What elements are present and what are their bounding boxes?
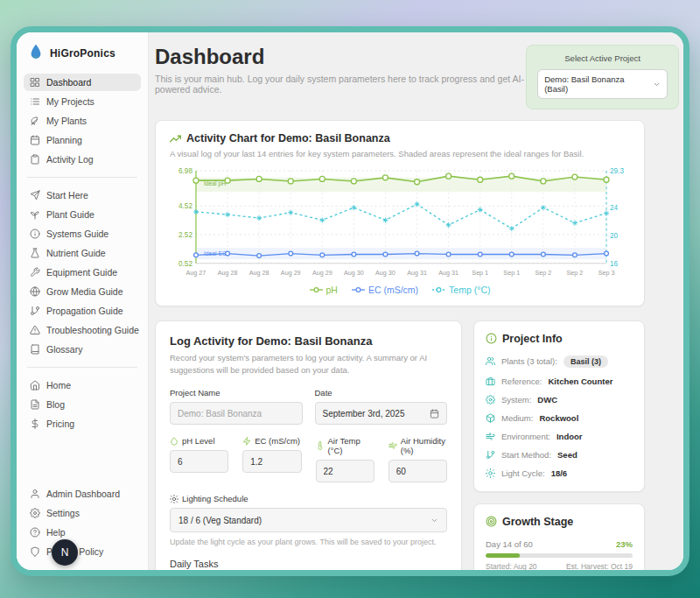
sidebar-item-home[interactable]: Home: [24, 376, 141, 394]
main-content: Dashboard This is your main hub. Log you…: [149, 32, 683, 570]
svg-text:Aug 28: Aug 28: [249, 270, 270, 277]
shield-icon: [30, 546, 40, 557]
svg-text:29.3: 29.3: [610, 167, 624, 175]
grid-icon: [30, 77, 40, 88]
project-name-label: Project Name: [170, 388, 303, 397]
sun-icon: [486, 468, 495, 478]
info-label: Medium:: [501, 413, 533, 423]
info-label: Start Method:: [501, 450, 551, 460]
droplet-icon: [170, 437, 178, 446]
sidebar-item-activity-log[interactable]: Activity Log: [24, 151, 141, 168]
tool-icon: [30, 267, 40, 278]
svg-text:16: 16: [610, 260, 619, 268]
svg-text:Aug 31: Aug 31: [407, 270, 427, 277]
svg-text:20: 20: [610, 232, 619, 240]
log-form-title: Log Activity for Demo: Basil Bonanza: [170, 334, 447, 348]
metric-field-ph-level: pH Level: [170, 436, 228, 482]
globe-icon: [30, 286, 40, 297]
info-row-system: System:DWC: [486, 395, 633, 405]
sidebar-item-label: My Projects: [46, 96, 94, 107]
user-icon: [30, 489, 40, 499]
app-window: HiGroPonics DashboardMy ProjectsMy Plant…: [10, 26, 690, 576]
list-icon: [30, 96, 40, 107]
main-scroll-area[interactable]: Activity Chart for Demo: Basil Bonanza A…: [149, 115, 683, 570]
growth-stage-title: Growth Stage: [502, 516, 573, 528]
sidebar-item-propagation-guide[interactable]: Propagation Guide: [24, 302, 141, 320]
sidebar-item-planning[interactable]: Planning: [24, 131, 141, 149]
ph-level-input[interactable]: [170, 450, 228, 473]
sidebar-item-privacy-policy[interactable]: Privacy Policy: [24, 543, 141, 560]
project-select-label: Select Active Project: [537, 53, 668, 63]
daily-tasks-title: Daily Tasks: [170, 559, 447, 569]
sidebar-item-settings[interactable]: Settings: [24, 504, 141, 522]
sidebar-item-start-here[interactable]: Start Here: [24, 186, 141, 204]
project-name-input[interactable]: [170, 402, 303, 425]
svg-text:Ideal pH: Ideal pH: [204, 180, 226, 187]
flask-icon: [30, 248, 40, 258]
sidebar-item-label: Glossary: [46, 344, 82, 355]
sidebar-item-my-plants[interactable]: My Plants: [24, 112, 141, 130]
sidebar-item-grow-media-guide[interactable]: Grow Media Guide: [24, 283, 141, 300]
sidebar-item-nutrient-guide[interactable]: Nutrient Guide: [24, 244, 141, 262]
sidebar-item-label: Start Here: [46, 190, 88, 201]
ec-ms-cm-input[interactable]: [242, 450, 301, 473]
info-label: System:: [501, 395, 531, 405]
info-label: Light Cycle:: [501, 468, 545, 478]
info-value: Kitchen Counter: [548, 376, 612, 386]
sidebar-item-systems-guide[interactable]: Systems Guide: [24, 225, 141, 243]
chevron-down-icon: [653, 81, 661, 88]
sidebar-item-label: My Plants: [46, 116, 87, 126]
chart-legend: pHEC (mS/cm)Temp (°C): [170, 283, 630, 299]
svg-text:2.52: 2.52: [178, 231, 192, 239]
sidebar-item-dashboard[interactable]: Dashboard: [24, 74, 141, 91]
metric-label: pH Level: [182, 436, 215, 446]
date-value: September 3rd, 2025: [323, 409, 405, 419]
settings-icon: [30, 508, 40, 518]
info-label: Plants (3 total):: [501, 356, 557, 366]
svg-text:24: 24: [610, 204, 619, 212]
info-value: Seed: [557, 450, 578, 460]
legend-marker-icon: [432, 286, 445, 293]
sidebar-item-admin-dashboard[interactable]: Admin Dashboard: [24, 485, 141, 503]
project-info-card: Project Info Plants (3 total):Basil (3)R…: [473, 320, 645, 492]
chart-title: Activity Chart for Demo: Basil Bonanza: [186, 132, 390, 144]
lighting-select[interactable]: 18 / 6 (Veg Standard): [170, 508, 447, 532]
legend-item-temp-c[interactable]: Temp (°C): [432, 285, 490, 295]
sidebar-item-plant-guide[interactable]: Plant Guide: [24, 206, 141, 223]
brand-name: HiGroPonics: [50, 47, 116, 60]
sidebar-item-label: Planning: [46, 135, 82, 145]
sidebar-item-troubleshooting-guide[interactable]: Troubleshooting Guide: [24, 321, 141, 339]
sidebar-item-my-projects[interactable]: My Projects: [24, 93, 141, 110]
air-temp-c-input[interactable]: [316, 460, 374, 482]
svg-text:Aug 31: Aug 31: [438, 270, 458, 277]
sidebar-item-pricing[interactable]: Pricing: [24, 415, 141, 433]
brand-logo[interactable]: HiGroPonics: [24, 41, 141, 73]
sidebar-item-equipment-guide[interactable]: Equipment Guide: [24, 264, 141, 281]
legend-item-ec-ms-cm[interactable]: EC (mS/cm): [352, 285, 418, 295]
sidebar-divider: [27, 177, 137, 178]
date-label: Date: [315, 388, 448, 397]
wind-icon: [486, 432, 495, 441]
air-humidity-input[interactable]: [388, 460, 447, 482]
user-avatar-button[interactable]: N: [52, 539, 78, 566]
lighting-value: 18 / 6 (Veg Standard): [178, 516, 262, 525]
sidebar-item-blog[interactable]: Blog: [24, 396, 141, 413]
legend-item-ph[interactable]: pH: [310, 285, 338, 295]
project-select[interactable]: Demo: Basil Bonanza (Basil): [537, 69, 668, 99]
sidebar-item-label: Propagation Guide: [46, 306, 123, 316]
sidebar-item-glossary[interactable]: Glossary: [24, 341, 141, 358]
date-input[interactable]: September 3rd, 2025: [315, 402, 448, 425]
legend-marker-icon: [310, 286, 323, 293]
thermometer-icon: [316, 441, 325, 450]
sun-icon: [170, 495, 178, 503]
sidebar-item-label: Equipment Guide: [46, 267, 117, 278]
svg-text:4.52: 4.52: [178, 202, 192, 210]
growth-percent: 23%: [616, 539, 633, 549]
sidebar-item-help[interactable]: Help: [24, 524, 141, 541]
activity-chart[interactable]: Ideal pHIdeal EC0.522.524.526.9816202429…: [170, 164, 630, 283]
wind-icon: [388, 441, 397, 450]
metric-label: Air Temp (°C): [328, 436, 374, 455]
help-icon: [30, 527, 40, 538]
plant-badge: Basil (3): [564, 355, 608, 368]
sidebar-item-label: Settings: [46, 508, 80, 518]
